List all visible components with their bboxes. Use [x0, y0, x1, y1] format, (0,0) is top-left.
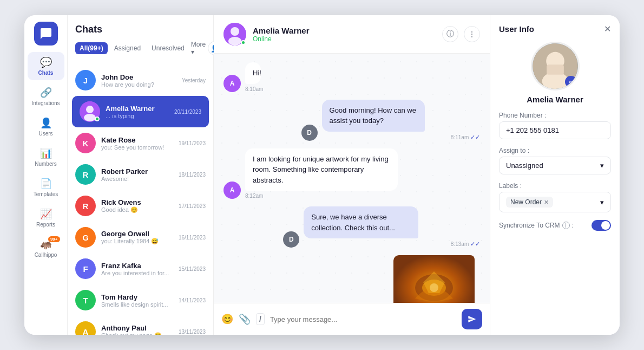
sidebar-item-users[interactable]: 👤 Users [28, 113, 64, 141]
nav-logo[interactable] [34, 22, 58, 46]
message-bubble-wrap: Good morning! How can we assist you toda… [322, 100, 480, 141]
avatar-wrap: G [75, 227, 96, 248]
more-options-button[interactable]: ⋮ [464, 26, 480, 42]
chat-item-info: Rick Owens Good idea 😊 [101, 198, 173, 213]
list-item[interactable]: T Tom Hardy Smells like design spirit...… [68, 284, 213, 316]
online-indicator [95, 116, 100, 121]
phone-field: Phone Number : +1 202 555 0181 [499, 112, 611, 139]
list-item[interactable]: J John Doe How are you doing? Yesterday [68, 64, 213, 96]
message-time: 8:10am [245, 86, 269, 92]
info-button[interactable]: ⓘ [442, 26, 458, 42]
chat-item-info: Amelia Warner ... is typing [106, 105, 169, 119]
sidebar-item-users-label: Users [38, 131, 52, 137]
tab-all[interactable]: All(99+) [75, 42, 108, 54]
emoji-button[interactable]: 😊 [221, 313, 233, 325]
labels-label: Labels : [499, 182, 611, 190]
avatar-wrap: R [75, 196, 96, 216]
tab-more[interactable]: More ▾ [191, 41, 206, 56]
chat-item-preview: Are you interested in for... [101, 270, 173, 276]
list-item[interactable]: A Anthony Paul Check out my page 😁 13/11… [68, 316, 213, 335]
header-online-indicator [241, 40, 246, 45]
chat-items-list: J John Doe How are you doing? Yesterday [68, 64, 213, 335]
chat-item-preview: Good idea 😊 [101, 206, 173, 213]
list-item[interactable]: R Rick Owens Good idea 😊 17/11/2023 [68, 190, 213, 222]
tab-unresolved[interactable]: Unresolved [147, 42, 189, 54]
user-avatar-section: ✏ Amelia Warner [499, 42, 611, 104]
chat-item-time: 17/11/2023 [179, 203, 206, 209]
chat-item-info: Robert Parker Awesome! [101, 167, 173, 182]
sidebar-item-callhippo[interactable]: 99+ 🦛 Callhippo [28, 234, 64, 262]
reports-icon: 📈 [40, 208, 52, 220]
main-chat: Amelia Warner Online ⓘ ⋮ A Hi! 8:10am [214, 15, 490, 335]
sync-label-text: Synchronize To CRM [499, 222, 560, 229]
label-tag-text: New Order [510, 198, 542, 206]
chat-list-title: Chats [75, 24, 206, 35]
avatar: K [75, 133, 96, 153]
list-item[interactable]: F Franz Kafka Are you interested in for.… [68, 253, 213, 284]
phone-value: +1 202 555 0181 [499, 121, 611, 139]
edit-avatar-button[interactable]: ✏ [565, 76, 577, 88]
chat-item-time: 16/11/2023 [179, 235, 206, 241]
chat-header-info: Amelia Warner Online [253, 26, 436, 43]
label-tag: New Order ✕ [506, 197, 553, 208]
sync-row: Synchronize To CRM i : [499, 220, 611, 231]
chat-list-panel: Chats All(99+) Assigned Unresolved More … [68, 15, 214, 335]
sidebar-item-numbers-label: Numbers [35, 161, 57, 167]
message-input[interactable] [270, 315, 456, 323]
label-tag-close-button[interactable]: ✕ [544, 199, 549, 206]
chat-item-time: 13/11/2023 [179, 329, 206, 335]
sidebar-item-chats[interactable]: 💬 Chats [28, 52, 64, 80]
chat-item-preview: Check out my page 😁 [101, 332, 173, 335]
chat-item-info: Kate Rose you: See you tomorrow! [101, 136, 173, 151]
sidebar-item-numbers[interactable]: 📊 Numbers [28, 143, 64, 171]
send-button[interactable] [462, 309, 482, 329]
list-item[interactable]: Amelia Warner ... is typing 20/11/2023 [72, 96, 209, 127]
list-item[interactable]: K Kate Rose you: See you tomorrow! 19/11… [68, 127, 213, 159]
sync-toggle[interactable] [592, 220, 611, 231]
chat-list-header: Chats All(99+) Assigned Unresolved More … [68, 15, 213, 64]
callhippo-badge: 99+ [48, 236, 60, 242]
user-info-header: User Info ✕ [499, 24, 611, 34]
chat-input-bar: 😊 📎 / [214, 303, 490, 335]
tab-assigned[interactable]: Assigned [110, 42, 145, 54]
slash-command-button[interactable]: / [256, 313, 265, 325]
message-bubble: Sure, we have a diverse collection. Chec… [304, 206, 418, 238]
nav-sidebar: 💬 Chats 🔗 Integrations 👤 Users 📊 Numbers… [24, 15, 68, 335]
message-bubble-wrap: I am looking for unique artwork for my l… [245, 148, 480, 199]
message-row: A Hi! 8:10am [224, 62, 480, 92]
chat-item-info: Tom Hardy Smells like design spirit... [101, 293, 173, 308]
svg-point-5 [228, 37, 241, 46]
close-user-info-button[interactable]: ✕ [604, 24, 611, 34]
chat-item-info: Anthony Paul Check out my page 😁 [101, 324, 173, 335]
user-big-avatar: ✏ [531, 42, 580, 90]
chat-item-time: Yesterday [182, 77, 206, 83]
image-bubble [393, 255, 480, 303]
message-bubble: I am looking for unique artwork for my l… [245, 148, 398, 191]
chat-messages: A Hi! 8:10am Good morning! How can we as… [214, 54, 490, 303]
integrations-icon: 🔗 [40, 87, 52, 99]
labels-field: Labels : New Order ✕ ▾ [499, 182, 611, 212]
labels-select[interactable]: New Order ✕ ▾ [499, 192, 611, 212]
avatar: F [75, 258, 96, 279]
attach-button[interactable]: 📎 [239, 313, 251, 325]
user-display-name: Amelia Warner [527, 95, 583, 104]
msg-avatar-wrap: A [224, 75, 241, 92]
sidebar-item-reports[interactable]: 📈 Reports [28, 204, 64, 232]
agent-avatar: D [301, 125, 318, 141]
user-info-title: User Info [499, 24, 534, 34]
list-item[interactable]: R Robert Parker Awesome! 18/11/2023 [68, 159, 213, 190]
chat-item-name: Tom Hardy [101, 293, 173, 301]
sidebar-item-templates[interactable]: 📄 Templates [28, 173, 64, 202]
chat-item-preview: Smells like design spirit... [101, 301, 173, 308]
assign-select[interactable]: Unassigned ▾ [499, 157, 611, 174]
sidebar-item-reports-label: Reports [36, 222, 55, 228]
msg-avatar: A [224, 75, 241, 92]
message-row: 8:13am ✓✓ D [224, 255, 480, 303]
assign-label: Assign to : [499, 147, 611, 154]
list-item[interactable]: G George Orwell you: Literally 1984 😅 16… [68, 222, 213, 253]
phone-label: Phone Number : [499, 112, 611, 119]
read-receipt-icon: ✓✓ [470, 241, 480, 247]
sidebar-item-integrations[interactable]: 🔗 Integrations [28, 82, 64, 111]
svg-point-4 [231, 27, 239, 36]
chat-item-name: Robert Parker [101, 167, 173, 176]
